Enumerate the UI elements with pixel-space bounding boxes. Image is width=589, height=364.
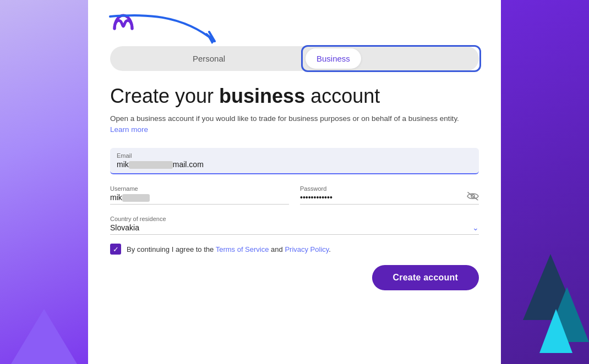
business-tab[interactable]: Business xyxy=(306,48,361,69)
create-account-btn-row: Create account xyxy=(110,265,479,290)
page-title: Create your business account xyxy=(110,84,479,108)
email-value: mik mail.com xyxy=(117,160,472,169)
arrow-indicator xyxy=(99,11,253,57)
terms-checkbox[interactable]: ✓ xyxy=(110,244,121,255)
email-label: Email xyxy=(117,152,472,159)
password-field-col: Password •••••••••••• xyxy=(300,183,479,205)
country-value: Slovakia xyxy=(110,223,139,232)
country-dropdown[interactable]: Country of residence Slovakia ⌄ xyxy=(110,213,479,235)
password-toggle-icon[interactable] xyxy=(467,191,479,203)
password-field[interactable]: Password •••••••••••• xyxy=(300,183,479,205)
email-field-group: Email mik mail.com xyxy=(110,148,479,174)
terms-of-service-link[interactable]: Terms of Service xyxy=(216,245,269,253)
password-value: •••••••••••• xyxy=(300,193,479,202)
country-label: Country of residence xyxy=(110,216,479,222)
password-label: Password xyxy=(300,185,479,192)
chevron-down-icon: ⌄ xyxy=(472,223,479,232)
create-account-button[interactable]: Create account xyxy=(372,265,479,290)
page-description: Open a business account if you would lik… xyxy=(110,113,479,136)
country-value-row: Slovakia ⌄ xyxy=(110,223,479,232)
username-value: mik xyxy=(110,193,289,202)
bg-right-panel xyxy=(501,0,589,364)
username-label: Username xyxy=(110,185,289,192)
business-tab-wrapper: Business xyxy=(306,48,477,69)
country-field-group: Country of residence Slovakia ⌄ xyxy=(110,213,479,235)
privacy-policy-link[interactable]: Privacy Policy xyxy=(285,245,329,253)
username-field[interactable]: Username mik xyxy=(110,183,289,205)
terms-checkbox-row: ✓ By continuing I agree to the Terms of … xyxy=(110,244,479,255)
checkmark-icon: ✓ xyxy=(113,245,119,253)
terms-label: By continuing I agree to the Terms of Se… xyxy=(127,244,331,255)
username-password-row: Username mik Password •••••••••••• xyxy=(110,183,479,205)
username-field-col: Username mik xyxy=(110,183,289,205)
email-field-wrapper[interactable]: Email mik mail.com xyxy=(110,148,479,174)
learn-more-link[interactable]: Learn more xyxy=(110,125,148,134)
